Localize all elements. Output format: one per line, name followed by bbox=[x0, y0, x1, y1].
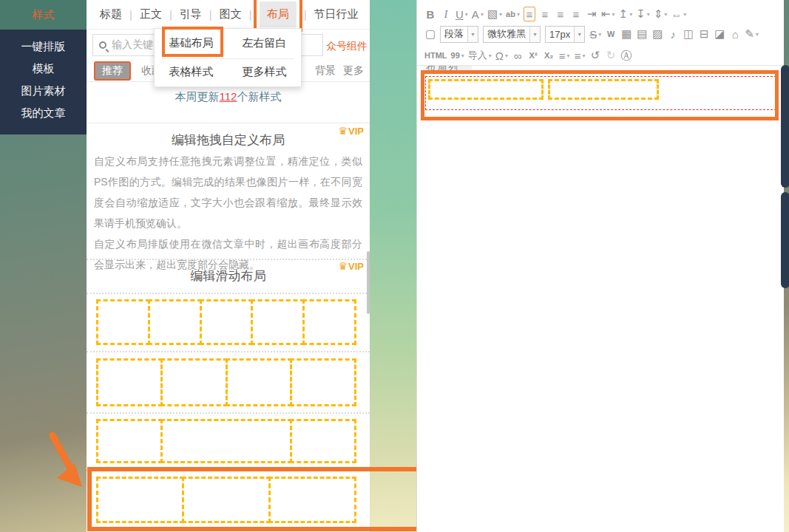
nav-item-引导[interactable]: 引导 bbox=[180, 7, 202, 21]
margin-top-icon[interactable]: ↥▾ bbox=[619, 7, 633, 21]
chevron-down-icon: ▾ bbox=[683, 11, 686, 18]
layout-preview-cell bbox=[182, 477, 270, 523]
striped-table-icon[interactable]: ▤ bbox=[636, 27, 648, 41]
menu-item-more-styles[interactable]: 更多样式 bbox=[228, 58, 301, 86]
highlight-color-icon[interactable]: ▧▾ bbox=[487, 7, 502, 21]
panel-scrollbar[interactable] bbox=[367, 251, 370, 314]
superscript-icon[interactable]: X² bbox=[527, 48, 539, 63]
line-height-icon[interactable]: ⇕▾ bbox=[654, 7, 668, 21]
icon-glyph: ↺ bbox=[591, 49, 600, 62]
icon-glyph: Ω bbox=[495, 50, 504, 62]
tab-更多[interactable]: 更多 bbox=[343, 64, 364, 78]
nav-item-节日行业[interactable]: 节日行业 bbox=[314, 7, 359, 21]
menu-item-side-margins[interactable]: 左右留白 bbox=[228, 29, 301, 58]
margin-bottom-icon[interactable]: ↧▾ bbox=[636, 7, 650, 21]
blockquote-icon[interactable]: 99▾ bbox=[451, 48, 464, 63]
nav-item-标题[interactable]: 标题 bbox=[100, 7, 122, 21]
sidebar-item-图片素材[interactable]: 图片素材 bbox=[0, 80, 87, 102]
floating-side-toolbar-top[interactable] bbox=[781, 65, 789, 188]
nav-item-正文[interactable]: 正文 bbox=[140, 7, 162, 21]
first-line-indent-icon[interactable]: ⇤▾ bbox=[601, 7, 615, 21]
redo-icon[interactable]: ↻ bbox=[605, 48, 617, 63]
layout-block-cell[interactable] bbox=[428, 79, 544, 100]
new-doc-icon[interactable]: ▢ bbox=[424, 27, 436, 41]
italic-icon[interactable]: I bbox=[440, 7, 452, 21]
align-left-icon[interactable]: ≡ bbox=[524, 7, 535, 21]
inserted-layout-block[interactable] bbox=[425, 76, 776, 110]
align-right-icon[interactable]: ≡ bbox=[555, 7, 566, 21]
tab-推荐[interactable]: 推荐 bbox=[94, 61, 131, 81]
nav-separator: | bbox=[304, 8, 307, 21]
paragraph-format-select[interactable]: 段落▾ bbox=[440, 26, 478, 43]
tab-背景[interactable]: 背景 bbox=[315, 64, 336, 78]
icon-glyph: ≡ bbox=[575, 50, 581, 62]
icon-glyph: ▢ bbox=[425, 27, 436, 41]
layout-block-cell[interactable] bbox=[548, 79, 659, 100]
chevron-down-icon: ▾ bbox=[582, 52, 585, 59]
chevron-down-icon: ▾ bbox=[647, 11, 650, 18]
layout-preview-3col-highlighted[interactable] bbox=[96, 477, 356, 523]
clear-format-icon[interactable]: ⌂ bbox=[729, 27, 741, 41]
icon-glyph: A bbox=[472, 8, 479, 21]
layout-preview-4col[interactable] bbox=[96, 358, 356, 406]
icon-glyph: U bbox=[456, 8, 464, 21]
special-char-icon[interactable]: Ω▾ bbox=[495, 48, 508, 63]
undo-icon[interactable]: ↺ bbox=[589, 48, 601, 63]
icon-glyph: I bbox=[444, 8, 448, 21]
layout-preview-3col-wide-middle[interactable] bbox=[96, 419, 356, 463]
subscript-icon[interactable]: X₂ bbox=[543, 48, 555, 63]
video-icon[interactable]: ◫ bbox=[683, 27, 694, 41]
sidebar-item-模板[interactable]: 模板 bbox=[0, 58, 87, 80]
ordered-list-icon[interactable]: ≡▾ bbox=[558, 48, 570, 63]
badge-style-icon[interactable]: ab▾ bbox=[506, 7, 520, 21]
chevron-down-icon: ▾ bbox=[517, 11, 520, 18]
sidebar-item-我的文章[interactable]: 我的文章 bbox=[0, 102, 87, 124]
section-title-drag-layout[interactable]: 编辑拖拽自定义布局 bbox=[87, 132, 370, 149]
font-color-icon[interactable]: A▾ bbox=[472, 7, 484, 21]
music-icon[interactable]: ♪ bbox=[667, 27, 679, 41]
icon-glyph: B bbox=[427, 8, 435, 21]
description-paragraph: 自定义布局支持任意拖拽元素调整位置，精准定位，类似PS作图的方式。编辑完成的结果… bbox=[94, 151, 362, 233]
menu-item-basic-layout[interactable]: 基础布局 bbox=[155, 29, 228, 58]
magic-wand-icon[interactable]: ✎▾ bbox=[745, 27, 759, 41]
underline-icon[interactable]: U▾ bbox=[456, 7, 468, 21]
font-size-select[interactable]: 17px▾ bbox=[545, 26, 585, 43]
icon-glyph: ≡ bbox=[559, 50, 566, 62]
font-family-select[interactable]: 微软雅黑▾ bbox=[483, 26, 541, 43]
page-break-icon[interactable]: ⊟ bbox=[698, 27, 710, 41]
bold-icon[interactable]: B bbox=[424, 7, 436, 21]
floating-side-toolbar-bottom[interactable] bbox=[781, 192, 789, 288]
table-icon[interactable]: ▦ bbox=[620, 27, 632, 41]
align-center-icon[interactable]: ≡ bbox=[539, 7, 551, 21]
indent-icon[interactable]: ⇥ bbox=[586, 7, 597, 21]
strikethrough-icon[interactable]: S▾ bbox=[589, 27, 601, 41]
word-import-icon[interactable]: W bbox=[605, 27, 617, 41]
icon-glyph: ≡ bbox=[542, 8, 549, 21]
nav-item-图文[interactable]: 图文 bbox=[220, 7, 242, 21]
icon-glyph: ≡ bbox=[526, 8, 533, 21]
icon-glyph: ⇔ bbox=[671, 8, 682, 21]
html-icon[interactable]: HTML bbox=[424, 48, 447, 63]
menu-item-table-styles[interactable]: 表格样式 bbox=[155, 58, 228, 86]
sidebar-item-styles[interactable]: 样式 bbox=[0, 0, 87, 30]
notice-count[interactable]: 112 bbox=[220, 90, 237, 103]
align-justify-icon[interactable]: ≡ bbox=[570, 7, 582, 21]
find-replace-icon[interactable]: Ⓐ bbox=[620, 48, 632, 63]
sidebar-item-一键排版[interactable]: 一键排版 bbox=[0, 35, 87, 58]
image-icon[interactable]: ▨ bbox=[651, 27, 663, 41]
layout-block-outline[interactable] bbox=[425, 76, 776, 110]
notice-suffix: 个新样式 bbox=[237, 90, 281, 103]
layout-dropdown-menu: 基础布局 左右留白 表格样式 更多样式 bbox=[154, 28, 302, 87]
layout-preview-cell bbox=[302, 299, 356, 345]
layout-preview-5col[interactable] bbox=[96, 299, 356, 345]
nav-item-布局[interactable]: 布局 bbox=[260, 1, 297, 27]
link-icon[interactable]: ∞ bbox=[512, 48, 524, 63]
eraser-icon[interactable]: ◪ bbox=[714, 27, 725, 41]
import-icon[interactable]: 导入▾ bbox=[468, 48, 492, 63]
official-account-components-link[interactable]: 众号组件 bbox=[326, 40, 368, 53]
sidebar: 样式 一键排版模板图片素材我的文章 bbox=[0, 0, 87, 134]
unordered-list-icon[interactable]: ≡▾ bbox=[574, 48, 586, 63]
section-title-slide-layout[interactable]: 编辑滑动布局 bbox=[87, 267, 370, 284]
icon-glyph: ↻ bbox=[606, 49, 616, 62]
letter-spacing-icon[interactable]: ⇔▾ bbox=[671, 7, 686, 21]
